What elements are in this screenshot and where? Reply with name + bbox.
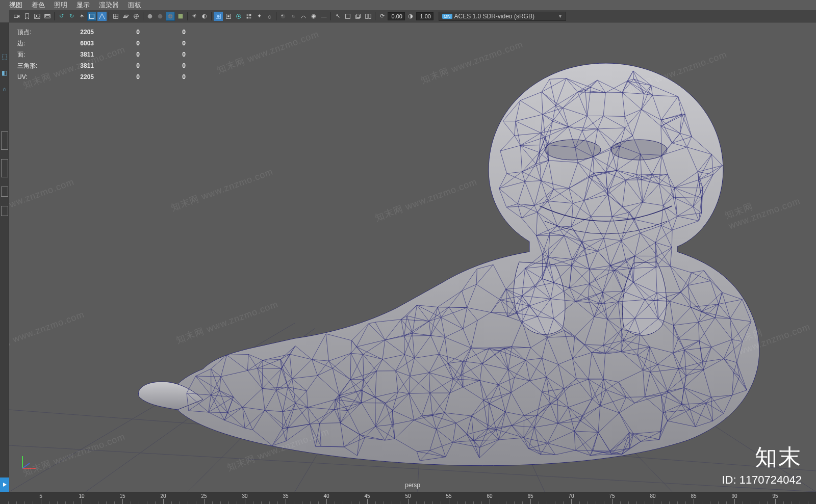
anti-alias-icon[interactable]	[299, 12, 308, 21]
sun-icon[interactable]: ☼	[265, 12, 274, 21]
panel-menu-bar: 视图 着色 照明 显示 渲染器 面板	[9, 0, 141, 10]
svg-rect-4	[46, 15, 49, 17]
chevron-down-icon: ▼	[558, 14, 563, 19]
svg-point-38	[611, 140, 667, 160]
color-mgmt-on-badge: ON	[442, 14, 452, 19]
svg-rect-25	[366, 14, 368, 18]
use-all-lights-icon[interactable]: ☀	[190, 12, 199, 21]
stats-row-verts: 顶点: 2205 0 0	[17, 26, 186, 38]
hardware-render-icon[interactable]	[224, 12, 233, 21]
stats-row-tris: 三角形: 3811 0 0	[17, 60, 186, 71]
color-management-dropdown[interactable]: ON ACES 1.0 SDR-video (sRGB) ▼	[439, 12, 566, 21]
svg-point-21	[282, 14, 284, 16]
brand-overlay: 知末 ID: 1170724042	[722, 442, 802, 487]
svg-rect-23	[356, 14, 360, 17]
toggle-visibility-icon[interactable]: ✶	[77, 12, 86, 21]
menu-shading[interactable]: 着色	[32, 1, 45, 10]
svg-rect-17	[249, 14, 251, 16]
svg-point-20	[281, 14, 286, 18]
rail-tool-1-icon[interactable]: ⬚	[2, 53, 7, 60]
svg-point-12	[217, 15, 219, 17]
lock-camera-icon[interactable]: ↺	[57, 12, 66, 21]
perspective-viewport[interactable]: persp	[9, 22, 816, 492]
heads-up-display-stats: 顶点: 2205 0 0 边: 6003 0 0 面: 3811 0 0 三角形…	[17, 26, 186, 83]
cycle-camera-icon[interactable]: ↻	[67, 12, 76, 21]
gamma-icon[interactable]: ◑	[406, 12, 415, 21]
pointer-icon[interactable]: ↖	[333, 12, 342, 21]
light-icon[interactable]: ✦	[254, 12, 264, 21]
grid-plane-icon[interactable]	[121, 12, 131, 21]
shadows-icon[interactable]: ◐	[200, 12, 209, 21]
brand-id: ID: 1170724042	[722, 473, 802, 487]
rail-tool-3-icon[interactable]: ⌂	[3, 86, 6, 93]
svg-rect-19	[249, 16, 251, 18]
menu-lighting[interactable]: 照明	[54, 1, 67, 10]
gamma-value[interactable]: 1.00	[416, 12, 434, 20]
menu-display[interactable]: 显示	[76, 1, 90, 10]
svg-rect-16	[247, 14, 249, 16]
svg-rect-1	[35, 14, 40, 18]
ao-icon[interactable]	[278, 12, 288, 21]
viewport-renderer-icon[interactable]	[214, 12, 223, 21]
brand-name: 知末	[722, 442, 802, 472]
dof-icon[interactable]: ◉	[309, 12, 318, 21]
exposure-value[interactable]: 0.00	[388, 12, 405, 20]
svg-point-15	[238, 15, 240, 17]
stats-row-uvs: UV: 2205 0 0	[17, 71, 186, 83]
bookmark-icon[interactable]	[22, 12, 32, 21]
rail-tool-2-icon[interactable]: ◧	[2, 69, 7, 76]
time-slider[interactable]: 5101520253035404550556065707580859095	[0, 492, 816, 504]
pixel-grid-icon[interactable]	[244, 12, 253, 21]
camera-name-label: persp	[405, 482, 420, 489]
svg-rect-24	[356, 15, 360, 18]
play-button[interactable]	[0, 478, 9, 492]
rail-slot-3[interactable]	[1, 187, 8, 197]
menu-panels[interactable]: 面板	[128, 1, 141, 10]
svg-rect-0	[14, 15, 18, 17]
layout-icon[interactable]	[364, 12, 373, 21]
left-tool-rail: ⬚ ◧ ⌂	[0, 22, 9, 492]
stats-row-edges: 边: 6003 0 0	[17, 38, 186, 49]
select-camera-icon[interactable]	[12, 12, 21, 21]
svg-rect-5	[90, 14, 94, 18]
svg-point-7	[148, 14, 152, 18]
exposure-reset-icon[interactable]: ⟳	[377, 12, 387, 21]
rail-slot-4[interactable]	[1, 206, 8, 216]
time-slider-track[interactable]: 5101520253035404550556065707580859095	[0, 492, 816, 504]
menu-renderer[interactable]: 渲染器	[99, 1, 119, 10]
model-wireframe	[9, 22, 816, 492]
shading-smooth-icon[interactable]	[145, 12, 155, 21]
stats-row-faces: 面: 3811 0 0	[17, 49, 186, 60]
image-plane-icon[interactable]	[33, 12, 42, 21]
rail-slot-1[interactable]	[1, 131, 8, 150]
fog-icon[interactable]: —	[319, 12, 328, 21]
svg-rect-10	[178, 14, 183, 18]
shading-flat-icon[interactable]	[156, 12, 165, 21]
svg-rect-22	[346, 14, 350, 18]
arnold-render-icon[interactable]	[234, 12, 243, 21]
xray-toggle-icon[interactable]	[97, 12, 107, 21]
motion-blur-icon[interactable]: ≈	[289, 12, 298, 21]
textured-icon[interactable]	[176, 12, 185, 21]
restore-icon[interactable]	[353, 12, 363, 21]
axis-gizmo	[18, 452, 39, 474]
grid-toggle-icon[interactable]	[111, 12, 120, 21]
wire-on-shaded-icon[interactable]	[166, 12, 175, 21]
color-mgmt-label: ACES 1.0 SDR-video (sRGB)	[454, 13, 534, 20]
menu-view[interactable]: 视图	[9, 1, 22, 10]
isolate-select-icon[interactable]	[87, 12, 96, 21]
svg-point-8	[158, 14, 163, 18]
maximize-icon[interactable]	[343, 12, 352, 21]
svg-line-41	[22, 463, 30, 468]
wireframe-icon[interactable]	[132, 12, 141, 21]
film-gate-icon[interactable]	[43, 12, 52, 21]
viewport-toolbar: ↺ ↻ ✶ ☀ ◐ ✦ ☼ ≈ ◉ — ↖ ⟳ 0.00 ◑ 1.00 ON A…	[9, 10, 816, 22]
svg-rect-18	[247, 16, 249, 18]
rail-slot-2[interactable]	[1, 159, 8, 177]
svg-rect-26	[369, 14, 371, 18]
